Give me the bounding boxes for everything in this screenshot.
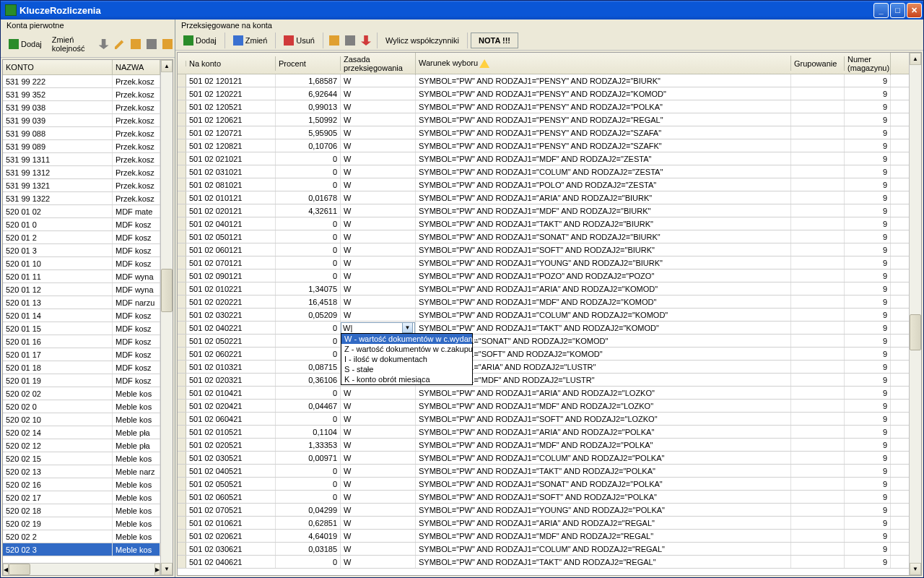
dropdown-arrow-icon[interactable]: ▼ xyxy=(402,322,413,333)
scroll-down-button[interactable]: ▼ xyxy=(161,563,173,575)
left-grid-row[interactable]: 520 02 0Meble kos xyxy=(3,400,160,413)
right-grid-row[interactable]: 501 02 030621 0,03185 W SYMBOL="PW" AND … xyxy=(178,543,909,556)
right-grid-row[interactable]: 501 02 020521 1,33353 W SYMBOL="PW" AND … xyxy=(178,439,909,452)
left-h-scrollbar[interactable]: ◀ ▶ xyxy=(3,563,160,575)
right-calc-button[interactable]: Wylicz współczynniki xyxy=(380,33,464,48)
right-tool-down[interactable] xyxy=(358,33,374,48)
left-grid-row[interactable]: 520 01 2MDF kosz xyxy=(3,231,160,244)
right-grid-row[interactable]: 501 02 010221 1,34075 W SYMBOL="PW" AND … xyxy=(178,282,909,296)
right-grid-row[interactable]: 501 02 070521 0,04299 W SYMBOL="PW" AND … xyxy=(178,504,909,517)
left-grid-row[interactable]: 520 02 14Meble pła xyxy=(3,426,160,439)
right-grid-row[interactable]: 501 02 040221 0 W| ▼ W - wartość dokumen… xyxy=(178,322,909,335)
right-grid-row[interactable]: 501 02 010121 0,01678 W SYMBOL="PW" AND … xyxy=(178,191,909,204)
right-grid-row[interactable]: 501 02 010521 0,1104 W SYMBOL="PW" AND R… xyxy=(178,426,909,439)
close-button[interactable]: ✕ xyxy=(907,3,922,18)
right-grid-row[interactable]: 501 02 020621 4,64019 W SYMBOL="PW" AND … xyxy=(178,530,909,543)
left-grid-row[interactable]: 520 01 0MDF kosz xyxy=(3,218,160,231)
right-grid-row[interactable]: 501 02 030221 0,05209 W SYMBOL="PW" AND … xyxy=(178,309,909,322)
left-grid-body[interactable]: 531 99 222Przek.kosz531 99 352Przek.kosz… xyxy=(3,75,160,563)
scroll-up-button[interactable]: ▲ xyxy=(910,53,921,65)
left-grid[interactable]: KONTO NAZWA 531 99 222Przek.kosz531 99 3… xyxy=(2,59,173,576)
left-grid-row[interactable]: 520 02 19Meble kos xyxy=(3,517,160,530)
left-grid-row[interactable]: 520 02 15Meble kos xyxy=(3,452,160,465)
right-grid-row[interactable]: 501 02 060221 0 AND RODZAJ1="SOFT" AND R… xyxy=(178,348,909,361)
right-grid-row[interactable]: 501 02 020421 0,04467 W SYMBOL="PW" AND … xyxy=(178,400,909,413)
left-grid-row[interactable]: 531 99 1312Przek.kosz xyxy=(3,166,160,179)
scroll-up-button[interactable]: ▲ xyxy=(161,60,173,72)
minimize-button[interactable]: _ xyxy=(873,3,889,18)
left-grid-row[interactable]: 520 01 11MDF wyna xyxy=(3,270,160,283)
right-grid-row[interactable]: 501 02 040521 0 W SYMBOL="PW" AND RODZAJ… xyxy=(178,465,909,478)
left-grid-row[interactable]: 520 01 17MDF kosz xyxy=(3,348,160,361)
left-grid-row[interactable]: 520 01 14MDF kosz xyxy=(3,309,160,322)
left-grid-row[interactable]: 520 02 10Meble kos xyxy=(3,413,160,426)
left-grid-row[interactable]: 531 99 222Przek.kosz xyxy=(3,75,160,88)
scroll-right-button[interactable]: ▶ xyxy=(154,564,160,576)
right-grid-row[interactable]: 501 02 010321 0,08715 AND RODZAJ1="ARIA"… xyxy=(178,361,909,374)
right-grid-row[interactable]: 501 02 120621 1,50992 W SYMBOL="PW" AND … xyxy=(178,113,909,126)
left-grid-row[interactable]: 520 02 13Meble narz xyxy=(3,465,160,478)
right-grid-row[interactable]: 501 02 120521 0,99013 W SYMBOL="PW" AND … xyxy=(178,100,909,113)
left-grid-row[interactable]: 520 01 16MDF kosz xyxy=(3,335,160,348)
right-add-button[interactable]: Dodaj xyxy=(178,33,222,48)
right-col-grup[interactable]: Grupowanie xyxy=(791,56,845,71)
left-grid-row[interactable]: 531 99 1311Przek.kosz xyxy=(3,153,160,166)
right-grid-row[interactable]: 501 02 050521 0 W SYMBOL="PW" AND RODZAJ… xyxy=(178,478,909,491)
maximize-button[interactable]: □ xyxy=(890,3,905,18)
right-grid-row[interactable]: 501 02 120221 6,92644 W SYMBOL="PW" AND … xyxy=(178,87,909,100)
left-col-nazwa[interactable]: NAZWA xyxy=(113,60,160,74)
left-grid-row[interactable]: 520 01 15MDF kosz xyxy=(3,322,160,335)
left-grid-row[interactable]: 531 99 089Przek.kosz xyxy=(3,140,160,153)
left-tool-edit[interactable] xyxy=(112,36,128,52)
right-grid-row[interactable]: 501 02 031021 0 W SYMBOL="PW" AND RODZAJ… xyxy=(178,165,909,178)
left-add-button[interactable]: Dodaj xyxy=(4,36,47,52)
left-grid-row[interactable]: 520 01 13MDF narzu xyxy=(3,296,160,309)
right-col-warunek[interactable]: Warunek wyboru xyxy=(416,56,791,71)
right-col-procent[interactable]: Procent xyxy=(276,56,341,71)
left-grid-row[interactable]: 520 02 12Meble pła xyxy=(3,439,160,452)
right-delete-button[interactable]: Usuń xyxy=(279,33,320,48)
left-grid-row[interactable]: 520 02 2Meble kos xyxy=(3,530,160,543)
right-grid-row[interactable]: 501 02 020121 4,32611 W SYMBOL="PW" AND … xyxy=(178,204,909,217)
left-grid-row[interactable]: 520 02 17Meble kos xyxy=(3,491,160,504)
dropdown-item[interactable]: Z - wartość dokumentów w c.zakupu xyxy=(341,344,472,354)
left-grid-row[interactable]: 520 01 3MDF kosz xyxy=(3,244,160,257)
left-grid-row[interactable]: 531 99 1321Przek.kosz xyxy=(3,179,160,192)
right-edit-button[interactable]: Zmień xyxy=(228,33,273,48)
right-tool-copy[interactable] xyxy=(326,33,342,48)
left-grid-row[interactable]: 520 01 02MDF mate xyxy=(3,205,160,218)
right-col-zasada[interactable]: Zasada przeksięgowania xyxy=(341,52,416,75)
right-grid-row[interactable]: 501 02 010621 0,62851 W SYMBOL="PW" AND … xyxy=(178,517,909,530)
right-grid-row[interactable]: 501 02 030521 0,00971 W SYMBOL="PW" AND … xyxy=(178,452,909,465)
right-grid-row[interactable]: 501 02 040121 0 W SYMBOL="PW" AND RODZAJ… xyxy=(178,217,909,230)
right-grid-row[interactable]: 501 02 120721 5,95905 W SYMBOL="PW" AND … xyxy=(178,126,909,139)
left-tool-brush[interactable] xyxy=(128,36,144,52)
right-grid-row[interactable]: 501 02 081021 0 W SYMBOL="PW" AND RODZAJ… xyxy=(178,178,909,191)
right-col-numer[interactable]: Numer (magazynu) xyxy=(845,52,891,75)
left-col-konto[interactable]: KONTO xyxy=(3,60,113,74)
left-grid-row[interactable]: 531 99 038Przek.kosz xyxy=(3,101,160,114)
left-grid-row[interactable]: 531 99 1322Przek.kosz xyxy=(3,192,160,205)
zasada-dropdown-list[interactable]: W - wartość dokumentów w c.wydaniaZ - wa… xyxy=(341,333,473,385)
right-grid-row[interactable]: 501 02 021021 0 W SYMBOL="PW" AND RODZAJ… xyxy=(178,152,909,165)
right-tool-print[interactable] xyxy=(342,33,358,48)
scroll-down-button[interactable]: ▼ xyxy=(910,563,921,575)
right-grid-row[interactable]: 501 02 050221 0 AND RODZAJ1="SONAT" AND … xyxy=(178,335,909,348)
right-grid-row[interactable]: 501 02 120121 1,68587 W SYMBOL="PW" AND … xyxy=(178,74,909,87)
left-tool-x[interactable] xyxy=(144,36,160,52)
right-col-konto[interactable]: Na konto xyxy=(186,56,276,71)
right-grid-row[interactable]: 501 02 050121 0 W SYMBOL="PW" AND RODZAJ… xyxy=(178,230,909,243)
right-grid-row[interactable]: 501 02 090121 0 W SYMBOL="PW" AND RODZAJ… xyxy=(178,269,909,282)
right-grid-row[interactable]: 501 02 010421 0 W SYMBOL="PW" AND RODZAJ… xyxy=(178,387,909,400)
left-tool-arrow[interactable] xyxy=(96,36,112,52)
left-reorder-button[interactable]: Zmień kolejność xyxy=(47,33,90,56)
left-grid-row[interactable]: 520 02 3Meble kos xyxy=(3,543,160,556)
left-grid-row[interactable]: 520 01 12MDF wyna xyxy=(3,283,160,296)
nota-button[interactable]: NOTA !!! xyxy=(471,33,518,48)
left-grid-row[interactable]: 520 01 19MDF kosz xyxy=(3,374,160,387)
dropdown-item[interactable]: K - konto obrót miesiąca xyxy=(341,374,472,384)
left-grid-row[interactable]: 520 02 18Meble kos xyxy=(3,504,160,517)
dropdown-item[interactable]: I - ilość w dokumentach xyxy=(341,354,472,364)
zasada-dropdown[interactable]: W| ▼ W - wartość dokumentów w c.wydaniaZ… xyxy=(341,322,415,334)
left-grid-row[interactable]: 520 02 16Meble kos xyxy=(3,478,160,491)
